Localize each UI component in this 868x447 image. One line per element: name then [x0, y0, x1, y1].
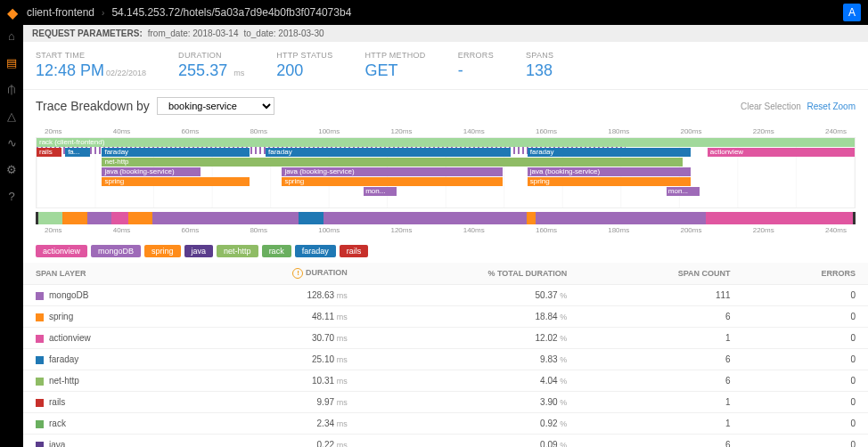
tick: 20ms: [45, 226, 62, 234]
span-spring[interactable]: spring: [528, 177, 692, 186]
alert-icon[interactable]: △: [4, 109, 19, 123]
param-to: to_date: 2018-03-30: [243, 28, 323, 38]
tick: 200ms: [680, 226, 701, 234]
table-row[interactable]: faraday25.10 ms9.83 %60: [23, 349, 868, 370]
metric-start-time: START TIME 12:48 PM02/22/2018: [36, 51, 146, 80]
home-icon[interactable]: ⌂: [4, 28, 19, 43]
main-content: REQUEST PARAMETERS: from_date: 2018-03-1…: [23, 25, 868, 447]
breakdown-select[interactable]: booking-service: [157, 97, 274, 115]
tick: 180ms: [608, 226, 629, 234]
span-spring[interactable]: spring: [282, 177, 503, 186]
tick: 100ms: [318, 127, 340, 135]
breadcrumb-path: 54.145.253.72/hotels/5a03a7d9e4b0fb3f074…: [111, 6, 351, 19]
reset-zoom[interactable]: Reset Zoom: [807, 102, 856, 111]
span-nethttp[interactable]: net-http: [102, 158, 683, 167]
tick: 220ms: [753, 226, 774, 234]
tag-spring[interactable]: spring: [144, 245, 181, 257]
metrics-row: START TIME 12:48 PM02/22/2018 DURATION 2…: [23, 42, 868, 90]
time-ticks-bottom: 20ms40ms60ms80ms100ms120ms140ms160ms180m…: [36, 226, 856, 236]
col-header[interactable]: ! DURATION: [192, 263, 360, 285]
tick: 60ms: [182, 226, 200, 234]
logo-icon: ◆: [7, 4, 18, 21]
table-row[interactable]: actionview30.70 ms12.02 %10: [23, 328, 868, 349]
span-faraday[interactable]: faraday: [102, 148, 249, 157]
span-fa[interactable]: fa...: [65, 148, 90, 157]
help-icon[interactable]: ?: [4, 189, 19, 203]
metric-errors: ERRORS -: [458, 51, 494, 80]
tick: 180ms: [608, 127, 629, 135]
span-java[interactable]: java (booking-service): [528, 167, 692, 176]
tick: 160ms: [536, 127, 557, 135]
traces-icon[interactable]: ▤: [4, 55, 19, 69]
tick: 240ms: [825, 226, 847, 234]
metric-spans: SPANS 138: [526, 51, 553, 80]
metric-duration: DURATION 255.37 ms: [178, 51, 244, 80]
tick: 80ms: [250, 127, 267, 135]
tick: 40ms: [113, 226, 131, 234]
span-mon[interactable]: mon...: [364, 187, 397, 196]
span-layer-table: SPAN LAYER! DURATION% TOTAL DURATIONSPAN…: [23, 263, 868, 447]
clear-selection[interactable]: Clear Selection: [741, 102, 801, 111]
user-avatar[interactable]: A: [843, 4, 861, 21]
span-faraday[interactable]: faraday: [528, 148, 692, 157]
tick: 80ms: [250, 226, 267, 234]
tick: 140ms: [463, 127, 485, 135]
span-faraday[interactable]: faraday: [266, 148, 511, 157]
params-label: REQUEST PARAMETERS:: [32, 28, 143, 38]
tick: 20ms: [45, 127, 62, 135]
chevron-right-icon: ›: [102, 8, 104, 18]
span-spring[interactable]: spring: [102, 177, 249, 186]
table-row[interactable]: spring48.11 ms18.84 %60: [23, 306, 868, 328]
trace-chart: 20ms40ms60ms80ms100ms120ms140ms160ms180m…: [23, 122, 868, 240]
span-mon[interactable]: mon...: [667, 187, 700, 196]
table-row[interactable]: rack2.34 ms0.92 %10: [23, 413, 868, 435]
tick: 200ms: [680, 127, 701, 135]
table-row[interactable]: mongoDB128.63 ms50.37 %1110: [23, 285, 868, 306]
sidebar: ⌂ ▤ ⫛ △ ∿ ⚙ ?: [0, 25, 23, 447]
tag-actionview[interactable]: actionview: [36, 245, 87, 257]
span-rails[interactable]: rails: [37, 148, 61, 157]
span-rack[interactable]: rack (client-frontend): [37, 138, 855, 147]
tick: 40ms: [113, 127, 131, 135]
tick: 160ms: [536, 226, 557, 234]
request-params: REQUEST PARAMETERS: from_date: 2018-03-1…: [23, 25, 868, 42]
tag-mongoDB[interactable]: mongoDB: [91, 245, 141, 257]
span-density-bar[interactable]: [36, 212, 856, 224]
param-from: from_date: 2018-03-14: [148, 28, 239, 38]
tick: 140ms: [463, 226, 485, 234]
tick: 220ms: [753, 127, 774, 135]
breadcrumb-app[interactable]: client-frontend: [27, 6, 94, 19]
gear-icon[interactable]: ⚙: [4, 162, 19, 176]
tick: 60ms: [182, 127, 200, 135]
tag-net-http[interactable]: net-http: [217, 245, 258, 257]
table-row[interactable]: rails9.97 ms3.90 %10: [23, 392, 868, 413]
tag-rack[interactable]: rack: [262, 245, 291, 257]
table-row[interactable]: net-http10.31 ms4.04 %60: [23, 370, 868, 392]
breadcrumb: client-frontend › 54.145.253.72/hotels/5…: [27, 6, 351, 19]
pulse-icon[interactable]: ∿: [4, 135, 19, 150]
metric-method: HTTP METHOD GET: [364, 51, 425, 80]
tick: 100ms: [318, 226, 340, 234]
span-java[interactable]: java (booking-service): [282, 167, 503, 176]
col-header[interactable]: ERRORS: [743, 263, 868, 285]
col-header[interactable]: SPAN LAYER: [23, 263, 192, 285]
tick: 120ms: [390, 127, 412, 135]
col-header[interactable]: % TOTAL DURATION: [360, 263, 580, 285]
tag-rails[interactable]: rails: [340, 245, 369, 257]
breakdown-title: Trace Breakdown by: [36, 99, 150, 113]
span-actionview[interactable]: actionview: [708, 148, 855, 157]
tag-faraday[interactable]: faraday: [295, 245, 336, 257]
topbar: ◆ client-frontend › 54.145.253.72/hotels…: [0, 0, 868, 25]
tick: 120ms: [390, 226, 412, 234]
tick: 240ms: [825, 127, 847, 135]
col-header[interactable]: SPAN COUNT: [579, 263, 742, 285]
layer-tags: actionviewmongoDBspringjavanet-httprackf…: [23, 240, 868, 263]
branch-icon[interactable]: ⫛: [4, 82, 19, 96]
metric-status: HTTP STATUS 200: [276, 51, 332, 80]
time-ticks-top: 20ms40ms60ms80ms100ms120ms140ms160ms180m…: [36, 127, 856, 137]
tag-java[interactable]: java: [184, 245, 214, 257]
breakdown-header: Trace Breakdown by booking-service Clear…: [23, 90, 868, 122]
span-java[interactable]: java (booking-service): [102, 167, 200, 176]
table-row[interactable]: java0.22 ms0.09 %60: [23, 435, 868, 448]
gantt-chart[interactable]: rack (client-frontend) rails fa... farad…: [36, 137, 856, 208]
